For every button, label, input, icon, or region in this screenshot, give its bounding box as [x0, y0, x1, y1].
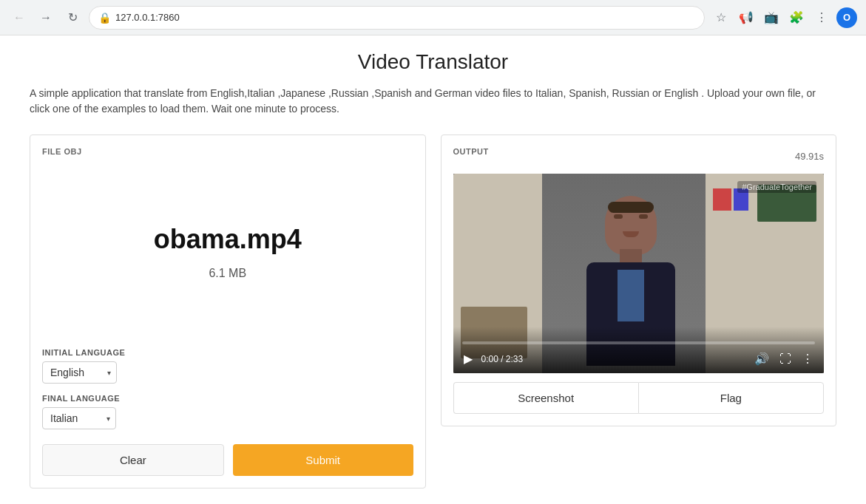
- right-eye: [639, 214, 648, 219]
- forward-button[interactable]: →: [35, 7, 56, 28]
- flag-button[interactable]: Flag: [638, 382, 824, 414]
- video-controls: ▶ 0:00 / 2:33 🔊 ⛶ ⋮: [453, 327, 825, 373]
- mute-icon: 🔊: [754, 353, 769, 365]
- file-obj-label: FILE OBJ: [42, 147, 413, 156]
- browser-actions: ☆ 📢 📺 🧩 ⋮ O: [711, 7, 857, 28]
- book1: [713, 188, 731, 211]
- star-button[interactable]: ☆: [711, 7, 731, 28]
- fullscreen-icon: ⛶: [779, 353, 791, 365]
- reload-button[interactable]: ↻: [62, 7, 83, 28]
- megaphone-icon: 📢: [739, 10, 754, 24]
- file-display: obama.mp4 6.1 MB: [42, 165, 413, 339]
- output-header: OUTPUT 49.91s: [453, 147, 825, 165]
- initial-language-label: INITIAL LANGUAGE: [42, 348, 413, 357]
- reload-icon: ↻: [68, 10, 78, 24]
- initial-language-group: INITIAL LANGUAGE English Italian Japanes…: [42, 348, 413, 384]
- megaphone-button[interactable]: 📢: [736, 7, 757, 28]
- time-display: 0:00 / 2:33: [481, 354, 746, 364]
- mute-button[interactable]: 🔊: [753, 350, 771, 367]
- forward-icon: →: [40, 11, 52, 24]
- extensions-button[interactable]: 🧩: [786, 7, 807, 28]
- progress-bar[interactable]: [462, 341, 816, 344]
- url-text: 127.0.0.1:7860: [115, 12, 180, 23]
- output-label: OUTPUT: [453, 147, 489, 156]
- menu-icon: ⋮: [816, 10, 828, 24]
- final-language-label: FINAL LANGUAGE: [42, 394, 413, 403]
- browser-chrome: ← → ↻ 🔒 127.0.0.1:7860 ☆ 📢 📺 🧩 ⋮ O: [0, 0, 866, 35]
- play-icon: ▶: [464, 352, 473, 366]
- more-icon: ⋮: [802, 353, 813, 365]
- star-icon: ☆: [716, 10, 726, 24]
- file-size: 6.1 MB: [209, 267, 246, 280]
- output-timer: 49.91s: [795, 151, 824, 162]
- main-layout: FILE OBJ obama.mp4 6.1 MB INITIAL LANGUA…: [30, 134, 836, 488]
- avatar[interactable]: O: [836, 7, 857, 28]
- cast-icon: 📺: [764, 10, 779, 24]
- initial-language-select-wrapper: English Italian Japanese Russian Spanish…: [42, 361, 117, 384]
- lock-icon: 🔒: [98, 12, 111, 24]
- right-panel: OUTPUT 49.91s: [441, 134, 837, 426]
- hair: [608, 202, 654, 213]
- left-eye: [614, 214, 623, 219]
- initial-language-select[interactable]: English Italian Japanese Russian Spanish…: [42, 361, 117, 384]
- play-button[interactable]: ▶: [462, 350, 474, 367]
- shirt: [618, 270, 644, 321]
- final-language-group: FINAL LANGUAGE Italian Spanish Russian E…: [42, 394, 413, 429]
- output-action-buttons: Screenshot Flag: [453, 382, 825, 414]
- clear-button[interactable]: Clear: [42, 444, 224, 476]
- submit-button[interactable]: Submit: [233, 444, 413, 476]
- action-buttons: Clear Submit: [42, 444, 413, 476]
- back-button[interactable]: ←: [9, 7, 30, 28]
- mouth: [623, 231, 639, 237]
- controls-row: ▶ 0:00 / 2:33 🔊 ⛶ ⋮: [462, 350, 816, 367]
- address-bar[interactable]: 🔒 127.0.0.1:7860: [89, 6, 705, 30]
- puzzle-icon: 🧩: [789, 10, 804, 24]
- fullscreen-button[interactable]: ⛶: [778, 351, 793, 367]
- more-options-button[interactable]: ⋮: [800, 350, 815, 367]
- page-title: Video Translator: [30, 50, 836, 74]
- cast-button[interactable]: 📺: [761, 7, 782, 28]
- video-player[interactable]: #GraduateTogether ▶ 0:00 / 2:33 🔊: [453, 174, 825, 373]
- page-description: A simple application that translate from…: [30, 86, 836, 117]
- left-panel: FILE OBJ obama.mp4 6.1 MB INITIAL LANGUA…: [30, 134, 426, 488]
- video-watermark: #GraduateTogether: [737, 181, 816, 193]
- screenshot-button[interactable]: Screenshot: [453, 382, 638, 414]
- final-language-select-wrapper: Italian Spanish Russian English ▾: [42, 407, 116, 429]
- person-head: [605, 196, 657, 255]
- menu-button[interactable]: ⋮: [811, 7, 832, 28]
- page-content: Video Translator A simple application th…: [0, 35, 866, 504]
- back-icon: ←: [13, 11, 25, 24]
- file-name: obama.mp4: [154, 224, 302, 255]
- form-section: INITIAL LANGUAGE English Italian Japanes…: [42, 348, 413, 429]
- final-language-select[interactable]: Italian Spanish Russian English: [42, 407, 116, 429]
